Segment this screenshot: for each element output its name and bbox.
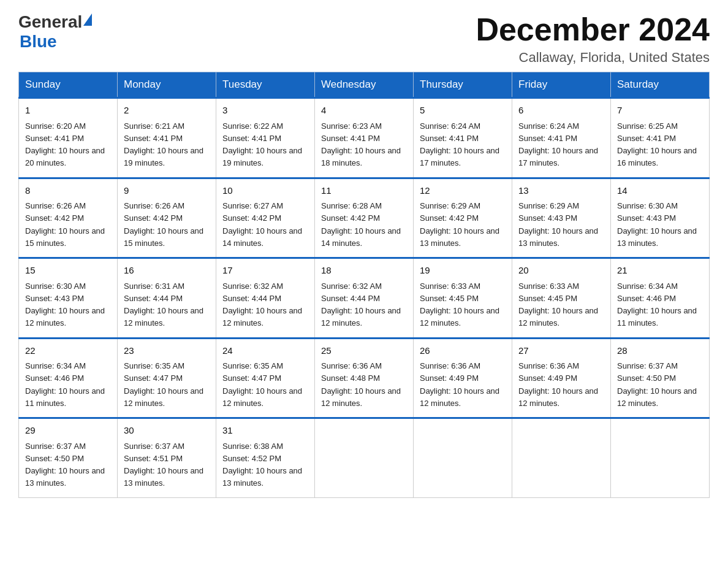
weekday-header-thursday: Thursday xyxy=(414,72,512,98)
calendar-week-row: 22Sunrise: 6:34 AMSunset: 4:46 PMDayligh… xyxy=(19,338,710,418)
calendar-cell xyxy=(315,418,414,498)
calendar-cell: 26Sunrise: 6:36 AMSunset: 4:49 PMDayligh… xyxy=(414,338,512,418)
calendar-cell: 7Sunrise: 6:25 AMSunset: 4:41 PMDaylight… xyxy=(611,98,710,178)
day-info: Sunrise: 6:22 AMSunset: 4:41 PMDaylight:… xyxy=(222,121,302,168)
day-number: 18 xyxy=(321,264,407,278)
logo-blue-text: Blue xyxy=(20,32,92,52)
day-number: 2 xyxy=(124,104,210,118)
calendar-cell: 27Sunrise: 6:36 AMSunset: 4:49 PMDayligh… xyxy=(512,338,611,418)
day-info: Sunrise: 6:31 AMSunset: 4:44 PMDaylight:… xyxy=(124,282,203,328)
calendar-cell: 16Sunrise: 6:31 AMSunset: 4:44 PMDayligh… xyxy=(118,258,216,339)
day-info: Sunrise: 6:32 AMSunset: 4:44 PMDaylight:… xyxy=(222,282,302,328)
day-number: 4 xyxy=(321,104,407,118)
day-info: Sunrise: 6:36 AMSunset: 4:49 PMDaylight:… xyxy=(420,361,499,408)
calendar-cell: 31Sunrise: 6:38 AMSunset: 4:52 PMDayligh… xyxy=(216,418,315,498)
title-block: December 2024 Callaway, Florida, United … xyxy=(476,12,710,66)
calendar-cell: 12Sunrise: 6:29 AMSunset: 4:42 PMDayligh… xyxy=(414,178,512,258)
month-title: December 2024 xyxy=(476,12,710,47)
calendar-cell: 2Sunrise: 6:21 AMSunset: 4:41 PMDaylight… xyxy=(118,98,216,178)
day-info: Sunrise: 6:36 AMSunset: 4:48 PMDaylight:… xyxy=(321,361,401,408)
calendar-table: SundayMondayTuesdayWednesdayThursdayFrid… xyxy=(18,72,710,498)
weekday-header-row: SundayMondayTuesdayWednesdayThursdayFrid… xyxy=(19,72,710,98)
day-info: Sunrise: 6:26 AMSunset: 4:42 PMDaylight:… xyxy=(25,201,105,248)
calendar-cell: 9Sunrise: 6:26 AMSunset: 4:42 PMDaylight… xyxy=(118,178,216,258)
calendar-week-row: 29Sunrise: 6:37 AMSunset: 4:50 PMDayligh… xyxy=(19,418,710,498)
day-number: 13 xyxy=(518,184,604,198)
calendar-cell: 10Sunrise: 6:27 AMSunset: 4:42 PMDayligh… xyxy=(216,178,315,258)
day-info: Sunrise: 6:34 AMSunset: 4:46 PMDaylight:… xyxy=(25,361,105,408)
calendar-cell: 23Sunrise: 6:35 AMSunset: 4:47 PMDayligh… xyxy=(118,338,216,418)
day-info: Sunrise: 6:25 AMSunset: 4:41 PMDaylight:… xyxy=(617,121,697,168)
day-number: 11 xyxy=(321,184,407,198)
logo: General Blue xyxy=(18,12,92,52)
calendar-cell: 18Sunrise: 6:32 AMSunset: 4:44 PMDayligh… xyxy=(315,258,414,339)
day-info: Sunrise: 6:24 AMSunset: 4:41 PMDaylight:… xyxy=(518,121,598,168)
calendar-cell: 24Sunrise: 6:35 AMSunset: 4:47 PMDayligh… xyxy=(216,338,315,418)
calendar-cell xyxy=(611,418,710,498)
weekday-header-wednesday: Wednesday xyxy=(315,72,414,98)
calendar-cell: 11Sunrise: 6:28 AMSunset: 4:42 PMDayligh… xyxy=(315,178,414,258)
day-info: Sunrise: 6:23 AMSunset: 4:41 PMDaylight:… xyxy=(321,121,401,168)
day-number: 8 xyxy=(25,184,111,198)
calendar-week-row: 1Sunrise: 6:20 AMSunset: 4:41 PMDaylight… xyxy=(19,98,710,178)
day-number: 31 xyxy=(222,424,308,438)
calendar-week-row: 15Sunrise: 6:30 AMSunset: 4:43 PMDayligh… xyxy=(19,258,710,339)
day-number: 7 xyxy=(617,104,703,118)
day-number: 23 xyxy=(124,344,210,358)
day-number: 25 xyxy=(321,344,407,358)
weekday-header-sunday: Sunday xyxy=(19,72,118,98)
day-info: Sunrise: 6:24 AMSunset: 4:41 PMDaylight:… xyxy=(420,121,499,168)
day-number: 27 xyxy=(518,344,604,358)
calendar-cell: 17Sunrise: 6:32 AMSunset: 4:44 PMDayligh… xyxy=(216,258,315,339)
location-subtitle: Callaway, Florida, United States xyxy=(476,50,710,66)
day-info: Sunrise: 6:21 AMSunset: 4:41 PMDaylight:… xyxy=(124,121,203,168)
calendar-cell: 22Sunrise: 6:34 AMSunset: 4:46 PMDayligh… xyxy=(19,338,118,418)
day-info: Sunrise: 6:29 AMSunset: 4:42 PMDaylight:… xyxy=(420,201,499,248)
day-number: 12 xyxy=(420,184,506,198)
day-number: 16 xyxy=(124,264,210,278)
calendar-cell: 20Sunrise: 6:33 AMSunset: 4:45 PMDayligh… xyxy=(512,258,611,339)
calendar-cell: 29Sunrise: 6:37 AMSunset: 4:50 PMDayligh… xyxy=(19,418,118,498)
calendar-cell: 13Sunrise: 6:29 AMSunset: 4:43 PMDayligh… xyxy=(512,178,611,258)
day-info: Sunrise: 6:38 AMSunset: 4:52 PMDaylight:… xyxy=(222,442,302,488)
day-number: 9 xyxy=(124,184,210,198)
day-info: Sunrise: 6:37 AMSunset: 4:51 PMDaylight:… xyxy=(124,442,203,488)
day-info: Sunrise: 6:37 AMSunset: 4:50 PMDaylight:… xyxy=(25,442,105,488)
logo-triangle-icon xyxy=(83,13,92,26)
calendar-cell: 28Sunrise: 6:37 AMSunset: 4:50 PMDayligh… xyxy=(611,338,710,418)
day-info: Sunrise: 6:26 AMSunset: 4:42 PMDaylight:… xyxy=(124,201,203,248)
day-number: 15 xyxy=(25,264,111,278)
day-number: 3 xyxy=(222,104,308,118)
calendar-week-row: 8Sunrise: 6:26 AMSunset: 4:42 PMDaylight… xyxy=(19,178,710,258)
weekday-header-saturday: Saturday xyxy=(611,72,710,98)
calendar-cell: 15Sunrise: 6:30 AMSunset: 4:43 PMDayligh… xyxy=(19,258,118,339)
day-info: Sunrise: 6:28 AMSunset: 4:42 PMDaylight:… xyxy=(321,201,401,248)
day-info: Sunrise: 6:36 AMSunset: 4:49 PMDaylight:… xyxy=(518,361,598,408)
weekday-header-monday: Monday xyxy=(118,72,216,98)
logo-general-text: General xyxy=(18,12,82,32)
day-number: 21 xyxy=(617,264,703,278)
calendar-cell: 8Sunrise: 6:26 AMSunset: 4:42 PMDaylight… xyxy=(19,178,118,258)
calendar-cell xyxy=(512,418,611,498)
day-number: 6 xyxy=(518,104,604,118)
day-info: Sunrise: 6:35 AMSunset: 4:47 PMDaylight:… xyxy=(222,361,302,408)
calendar-cell: 25Sunrise: 6:36 AMSunset: 4:48 PMDayligh… xyxy=(315,338,414,418)
day-number: 5 xyxy=(420,104,506,118)
day-number: 29 xyxy=(25,424,111,438)
weekday-header-friday: Friday xyxy=(512,72,611,98)
day-number: 26 xyxy=(420,344,506,358)
day-info: Sunrise: 6:20 AMSunset: 4:41 PMDaylight:… xyxy=(25,121,105,168)
day-info: Sunrise: 6:30 AMSunset: 4:43 PMDaylight:… xyxy=(25,282,105,328)
day-number: 30 xyxy=(124,424,210,438)
day-info: Sunrise: 6:35 AMSunset: 4:47 PMDaylight:… xyxy=(124,361,203,408)
page-header: General Blue December 2024 Callaway, Flo… xyxy=(18,12,710,66)
day-number: 10 xyxy=(222,184,308,198)
day-number: 28 xyxy=(617,344,703,358)
calendar-cell: 21Sunrise: 6:34 AMSunset: 4:46 PMDayligh… xyxy=(611,258,710,339)
day-info: Sunrise: 6:34 AMSunset: 4:46 PMDaylight:… xyxy=(617,282,697,328)
day-number: 24 xyxy=(222,344,308,358)
day-number: 20 xyxy=(518,264,604,278)
day-info: Sunrise: 6:27 AMSunset: 4:42 PMDaylight:… xyxy=(222,201,302,248)
calendar-cell: 14Sunrise: 6:30 AMSunset: 4:43 PMDayligh… xyxy=(611,178,710,258)
calendar-cell: 19Sunrise: 6:33 AMSunset: 4:45 PMDayligh… xyxy=(414,258,512,339)
